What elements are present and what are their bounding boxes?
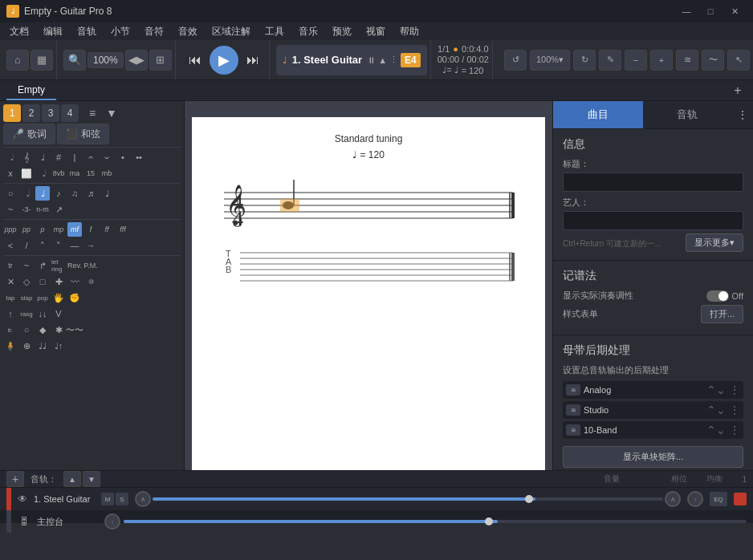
zoom-icon[interactable]: 🔍 [63, 50, 86, 71]
reverb-knob[interactable]: A [665, 491, 681, 507]
lozenge-icon[interactable]: ◆ [35, 323, 50, 337]
menu-item-note[interactable]: 音符 [138, 23, 170, 40]
triplet-icon[interactable]: -3- [19, 202, 34, 217]
effect-menu-analog[interactable]: ⋮ [729, 383, 740, 396]
note-icon-dot[interactable]: • [116, 150, 130, 164]
dur-16th[interactable]: ♫ [67, 186, 82, 201]
rewind-button[interactable]: ⏮ [182, 47, 208, 73]
menu-item-track[interactable]: 音轨 [71, 23, 103, 40]
zoom-arrows[interactable]: ◀▶ [125, 50, 148, 71]
dyn-mf[interactable]: mf [67, 222, 82, 237]
master-slider[interactable] [124, 520, 747, 523]
beam-icon[interactable]: ↗ [51, 202, 66, 217]
note-icon-bass[interactable]: ♩ [35, 150, 50, 164]
play-button[interactable]: ▶ [210, 46, 238, 75]
pencil-button[interactable]: ✎ [599, 50, 621, 71]
circle-icon[interactable]: ○ [19, 323, 34, 337]
menu-item-effects[interactable]: 音效 [172, 23, 204, 40]
solo-button[interactable]: S [116, 493, 128, 505]
wave3-icon[interactable]: 〜〜 [67, 323, 82, 337]
tie-icon[interactable]: ~ [3, 202, 18, 217]
brush-down-icon[interactable]: ↓↓ [35, 306, 50, 321]
pm-icon[interactable]: P.M. [83, 258, 98, 273]
let-ring-icon[interactable]: let ring [51, 258, 66, 273]
menu-item-help[interactable]: 帮助 [393, 23, 425, 40]
plus2-icon[interactable]: ⊕ [19, 339, 34, 353]
close-button[interactable]: ✕ [722, 3, 747, 19]
ma-icon[interactable]: ma [67, 166, 82, 181]
accent-icon[interactable]: 𝅗𝅥 [35, 166, 50, 181]
square-icon[interactable]: □ [35, 274, 50, 289]
effect-menu-10band[interactable]: ⋮ [729, 424, 740, 436]
rev-icon[interactable]: Rev. [67, 258, 82, 273]
dyn-ppp[interactable]: ppp [3, 222, 18, 237]
dur-half[interactable]: 𝅗𝅥 [19, 186, 34, 201]
hand-closed-icon[interactable]: ✊ [67, 290, 82, 305]
track-selector[interactable]: ♩ 1. Steel Guitar ⏸ ▲ ⋮ E4 [276, 45, 427, 75]
track-add-icon[interactable]: ▼ [103, 104, 120, 122]
lyrics-button[interactable]: 🎤 歌词 [3, 124, 55, 144]
cross-icon[interactable]: ✚ [51, 274, 66, 289]
menu-item-music[interactable]: 音乐 [292, 23, 324, 40]
dyn-p[interactable]: p [35, 222, 50, 237]
tap-icon[interactable]: tap [3, 290, 18, 305]
arrow-icon[interactable]: → [83, 238, 98, 253]
track-num-2[interactable]: 2 [22, 104, 40, 122]
barline-icon[interactable]: | [67, 150, 82, 164]
track-num-1[interactable]: 1 [3, 104, 21, 122]
rasg-icon[interactable]: rasg [19, 306, 34, 321]
x-icon[interactable]: x [3, 166, 18, 181]
cursor-button[interactable]: ↖ [727, 50, 750, 71]
cresc-line-icon[interactable]: / [19, 238, 34, 253]
forward-button[interactable]: ⏭ [240, 47, 266, 73]
dur-eighth[interactable]: ♪ [51, 186, 66, 201]
note-icon-whole[interactable]: 𝅗𝅥 [3, 150, 18, 164]
undo-button[interactable]: ↺ [504, 50, 527, 71]
volume-slider[interactable] [153, 497, 663, 501]
tab-add-button[interactable]: + [729, 82, 747, 99]
tab-song[interactable]: 曲目 [553, 101, 643, 128]
menu-item-tools[interactable]: 工具 [258, 23, 291, 40]
dyn-fff[interactable]: fff [116, 222, 130, 237]
track-num-4[interactable]: 4 [61, 104, 79, 122]
grid-button[interactable]: ⊞ [149, 50, 172, 71]
v-icon[interactable]: V [51, 306, 66, 321]
effect-arrows-studio[interactable]: ⌃⌄ [706, 404, 726, 416]
mb-icon[interactable]: mb [100, 166, 114, 181]
home-button[interactable]: ⌂ [6, 50, 29, 71]
tab-empty[interactable]: Empty [6, 81, 56, 100]
minimize-button[interactable]: — [674, 3, 698, 19]
eq-button[interactable]: EQ [710, 492, 727, 506]
cresc-icon[interactable]: < [3, 238, 18, 253]
phase-knob[interactable]: ↕ [687, 491, 703, 507]
trill-icon[interactable]: tr [3, 258, 18, 273]
chord-button[interactable]: ⬛ 和弦 [57, 124, 109, 144]
vol-percent[interactable]: 100%▾ [530, 50, 570, 71]
wave-button[interactable]: 〜 [702, 50, 724, 71]
tab-track[interactable]: 音轨 [643, 101, 733, 128]
note-icon-extra[interactable]: •• [132, 150, 146, 164]
minus-button[interactable]: − [625, 50, 647, 71]
track-color-indicator[interactable] [6, 488, 11, 510]
effect-arrows-analog[interactable]: ⌃⌄ [706, 383, 726, 396]
dyn-mp[interactable]: mp [51, 222, 66, 237]
note-icon-treble[interactable]: 𝄞 [19, 150, 34, 164]
add-track-button[interactable]: + [6, 471, 24, 487]
master-knob[interactable]: ↕ [104, 513, 120, 530]
x2-icon[interactable]: ✕ [3, 274, 18, 289]
hand-open-icon[interactable]: 🖐 [51, 290, 66, 305]
dur-32nd[interactable]: ♬ [83, 186, 98, 201]
matrix-button[interactable]: 显示单块矩阵... [563, 446, 743, 468]
ghost-note-icon[interactable]: ⬜ [19, 166, 34, 181]
pop-icon[interactable]: pop [35, 290, 50, 305]
menu-item-annotation[interactable]: 区域注解 [206, 23, 257, 40]
rest-icon[interactable]: 𝄑 [100, 150, 114, 164]
8vb-icon[interactable]: 8vb [51, 166, 66, 181]
accel-icon[interactable]: ˄ [35, 238, 50, 253]
eq-button[interactable]: ≋ [676, 50, 698, 71]
dur-64th[interactable]: ♩ [100, 186, 114, 201]
person-icon[interactable]: 🧍 [3, 339, 18, 353]
show-more-button[interactable]: 显示更多▾ [686, 233, 743, 252]
menu-item-bar[interactable]: 小节 [104, 23, 136, 40]
mute-button[interactable]: M [101, 493, 114, 505]
